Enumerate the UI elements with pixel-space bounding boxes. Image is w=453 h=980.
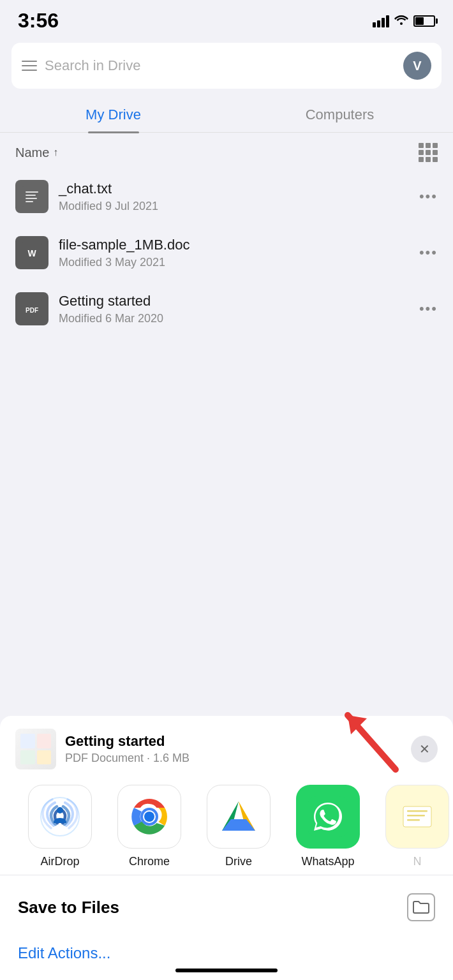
app-label-airdrop: AirDrop xyxy=(40,855,79,868)
file-preview-info: Getting started PDF Document · 1.6 MB xyxy=(15,729,189,769)
file-preview-row: Getting started PDF Document · 1.6 MB ✕ xyxy=(15,729,438,769)
app-row: AirDrop Chrome xyxy=(0,769,453,875)
app-label-drive: Drive xyxy=(225,855,252,868)
menu-icon[interactable] xyxy=(22,61,37,71)
svg-rect-20 xyxy=(403,806,431,827)
file-item-chat[interactable]: _chat.txt Modified 9 Jul 2021 ••• xyxy=(0,168,453,225)
sort-label[interactable]: Name ↑ xyxy=(15,145,58,160)
svg-rect-3 xyxy=(26,198,37,199)
app-item-airdrop[interactable]: AirDrop xyxy=(15,785,105,868)
chrome-icon xyxy=(117,785,181,849)
file-item-pdf[interactable]: PDF Getting started Modified 6 Mar 2020 … xyxy=(0,281,453,337)
file-preview-text: Getting started PDF Document · 1.6 MB xyxy=(65,733,189,765)
svg-point-14 xyxy=(144,812,154,822)
file-preview-meta: PDF Document · 1.6 MB xyxy=(65,752,189,765)
svg-rect-4 xyxy=(26,201,33,202)
edit-actions-label[interactable]: Edit Actions... xyxy=(18,944,110,961)
file-info: Getting started Modified 6 Mar 2020 xyxy=(59,293,409,325)
file-name: Getting started xyxy=(59,293,409,309)
status-bar: 3:56 xyxy=(0,0,453,38)
app-item-drive[interactable]: Drive xyxy=(194,785,283,868)
more-options-button[interactable]: ••• xyxy=(419,244,438,261)
app-item-notes[interactable]: N xyxy=(373,785,453,868)
tab-my-drive[interactable]: My Drive xyxy=(0,100,226,132)
edit-actions-row[interactable]: Edit Actions... xyxy=(0,939,453,980)
folder-icon xyxy=(407,893,435,921)
notes-icon xyxy=(385,785,449,849)
svg-marker-17 xyxy=(222,819,255,831)
status-time: 3:56 xyxy=(18,9,59,33)
save-to-files-label: Save to Files xyxy=(18,898,119,917)
svg-rect-22 xyxy=(407,815,425,817)
tabs-bar: My Drive Computers xyxy=(0,100,453,133)
file-list-header: Name ↑ xyxy=(0,133,453,168)
file-icon-doc: W xyxy=(15,236,48,269)
close-icon: ✕ xyxy=(419,741,430,757)
file-name: file-sample_1MB.doc xyxy=(59,237,409,253)
status-icons xyxy=(373,13,435,28)
share-sheet: Getting started PDF Document · 1.6 MB ✕ xyxy=(0,716,453,980)
file-preview-name: Getting started xyxy=(65,733,189,750)
file-modified: Modified 3 May 2021 xyxy=(59,256,409,269)
battery-icon xyxy=(413,15,435,27)
wifi-icon xyxy=(394,13,408,28)
file-preview-card: Getting started PDF Document · 1.6 MB ✕ xyxy=(0,716,453,769)
tab-computers[interactable]: Computers xyxy=(226,100,453,132)
svg-rect-1 xyxy=(26,191,38,193)
file-item-doc[interactable]: W file-sample_1MB.doc Modified 3 May 202… xyxy=(0,225,453,281)
app-label-whatsapp: WhatsApp xyxy=(301,855,354,868)
more-options-button[interactable]: ••• xyxy=(419,188,438,205)
app-item-whatsapp[interactable]: WhatsApp xyxy=(283,785,373,868)
app-item-chrome[interactable]: Chrome xyxy=(105,785,194,868)
file-info: file-sample_1MB.doc Modified 3 May 2021 xyxy=(59,237,409,269)
sort-arrow-icon: ↑ xyxy=(53,147,58,158)
svg-rect-23 xyxy=(407,819,420,821)
close-button[interactable]: ✕ xyxy=(411,736,438,762)
file-icon-txt xyxy=(15,180,48,213)
file-modified: Modified 9 Jul 2021 xyxy=(59,200,409,213)
file-icon-pdf: PDF xyxy=(15,292,48,325)
whatsapp-icon xyxy=(296,785,360,849)
search-bar[interactable]: Search in Drive V xyxy=(11,43,442,89)
svg-text:PDF: PDF xyxy=(26,307,38,314)
svg-rect-0 xyxy=(22,186,42,207)
save-to-files-button[interactable]: Save to Files xyxy=(0,875,453,939)
actions-section: Save to Files Edit Actions... xyxy=(0,875,453,980)
svg-rect-2 xyxy=(26,195,36,196)
svg-text:W: W xyxy=(27,248,36,258)
svg-point-10 xyxy=(57,807,63,813)
drive-icon xyxy=(207,785,271,849)
app-label-chrome: Chrome xyxy=(129,855,170,868)
grid-view-icon[interactable] xyxy=(419,143,438,162)
home-indicator xyxy=(175,969,278,972)
avatar[interactable]: V xyxy=(403,52,431,80)
pdf-thumbnail xyxy=(15,729,56,769)
file-modified: Modified 6 Mar 2020 xyxy=(59,312,409,325)
file-info: _chat.txt Modified 9 Jul 2021 xyxy=(59,181,409,213)
airdrop-icon xyxy=(28,785,92,849)
svg-rect-21 xyxy=(407,810,427,812)
app-label-notes: N xyxy=(413,855,422,868)
file-name: _chat.txt xyxy=(59,181,409,197)
search-placeholder[interactable]: Search in Drive xyxy=(45,57,396,74)
more-options-button[interactable]: ••• xyxy=(419,301,438,317)
signal-bars-icon xyxy=(373,15,389,27)
